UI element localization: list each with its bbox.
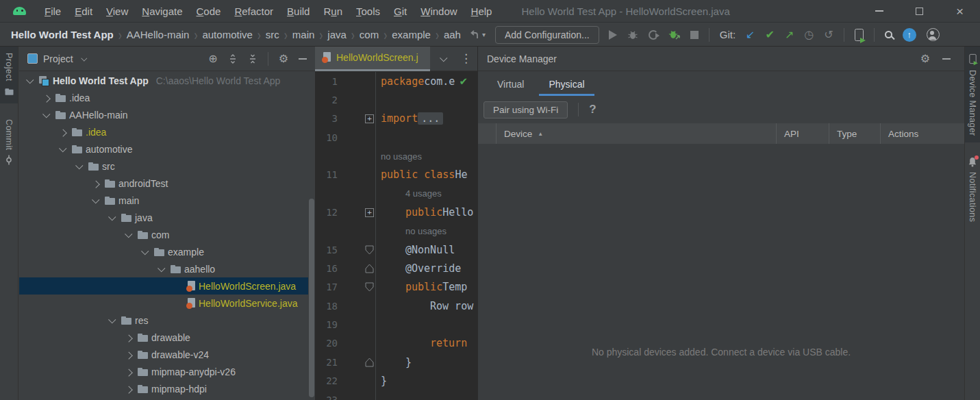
column-type[interactable]: Type [829,123,881,144]
tree-item-aahello[interactable]: aahello [19,260,308,277]
chevron-down-icon[interactable] [58,144,68,155]
tool-button-project[interactable]: Project [0,47,18,103]
chevron-down-icon[interactable] [107,315,118,326]
git-commit-icon[interactable]: ✔ [765,29,774,40]
tree-item-drawable-v24[interactable]: drawable-v24 [19,346,308,363]
close-button[interactable]: × [940,0,980,22]
stop-icon[interactable] [690,31,699,39]
tree-item-automotive[interactable]: automotive [19,140,308,158]
fold-plus-icon[interactable]: + [338,203,376,221]
editor-tab-helloworldscreen[interactable]: HelloWorldScreen.j [315,47,430,71]
chevron-down-icon[interactable] [107,212,118,223]
chevron-down-icon[interactable] [41,110,52,121]
tab-virtual[interactable]: Virtual [488,73,533,96]
search-icon[interactable] [885,31,892,38]
git-rollback-icon[interactable]: ↺ [824,29,833,40]
usages-hint[interactable]: no usages [381,151,422,162]
fold-down-icon[interactable] [338,278,376,297]
usages-hint[interactable]: 4 usages [405,188,442,199]
tree-item--idea[interactable]: .idea [19,123,308,140]
column-device[interactable]: Device ▲ [497,123,777,144]
minimize-button[interactable] [859,0,899,22]
scrollbar-thumb[interactable] [309,199,314,397]
attach-debugger-icon[interactable] [668,29,680,40]
menu-code[interactable]: Code [190,3,227,20]
more-options-icon[interactable]: ⋮ [460,51,472,66]
chevron-right-icon[interactable] [123,349,134,360]
ide-update-icon[interactable]: ↑ [903,28,916,42]
breadcrumb-item[interactable]: AAHello-main [127,29,190,40]
menu-tools[interactable]: Tools [350,3,386,20]
tree-item-res[interactable]: res [19,312,308,329]
breadcrumb-item[interactable]: java [327,29,347,40]
breadcrumb-item[interactable]: example [392,29,431,40]
column-actions[interactable]: Actions [881,123,964,144]
menu-file[interactable]: File [38,3,67,20]
hidden-tabs-chevron-icon[interactable] [438,53,449,64]
tree-item-drawable[interactable]: drawable [19,329,308,346]
tab-physical[interactable]: Physical [539,73,594,96]
breadcrumb-item[interactable]: Hello World Test App [11,29,114,40]
git-push-icon[interactable]: ↗ [785,29,794,40]
breadcrumb-item[interactable]: aah [444,29,461,40]
chevron-right-icon[interactable] [123,366,134,377]
settings-gear-icon[interactable]: ⚙ [279,53,288,64]
fold-plus-icon[interactable]: + [338,110,376,128]
chevron-down-icon[interactable] [25,75,36,86]
maximize-button[interactable] [899,0,940,22]
chevron-down-icon[interactable] [79,54,88,63]
code-lines[interactable]: 1package com.e✔23+import ...10no usages1… [315,72,477,400]
chevron-right-icon[interactable] [123,384,134,395]
chevron-down-icon[interactable] [156,264,167,275]
tree-item-example[interactable]: example [19,243,308,260]
chevron-down-icon[interactable] [123,229,134,240]
tree-item--idea[interactable]: .idea [19,89,308,106]
hide-panel-icon[interactable] [299,58,307,60]
breadcrumb-item[interactable]: main [292,29,315,40]
menu-build[interactable]: Build [281,3,316,20]
chevron-right-icon[interactable] [123,332,134,343]
hide-panel-icon[interactable] [942,58,951,60]
debug-bug-icon[interactable] [627,29,638,40]
column-api[interactable]: API [777,123,829,144]
profiler-icon[interactable] [649,30,658,40]
usages-hint[interactable]: no usages [405,226,447,236]
tool-button-device-manager[interactable]: Device Manager [965,47,980,142]
chevron-right-icon[interactable] [90,178,101,189]
expand-all-icon[interactable] [228,54,238,64]
menu-view[interactable]: View [100,3,134,20]
git-history-icon[interactable]: ◷ [804,29,814,40]
menu-help[interactable]: Help [465,3,499,20]
chevron-right-icon[interactable] [58,127,68,138]
tool-button-notifications[interactable]: Notifications [965,151,980,228]
tree-item-mipmap-hdpi[interactable]: mipmap-hdpi [19,380,308,397]
project-panel-title[interactable]: Project [43,53,73,64]
device-manager-icon[interactable] [855,29,864,41]
run-configuration-button[interactable]: Add Configuration... [495,26,599,44]
locate-file-icon[interactable]: ⊕ [208,53,217,64]
menu-edit[interactable]: Edit [68,3,99,20]
tree-item-src[interactable]: src [19,158,308,175]
breadcrumb-item[interactable]: src [266,29,279,40]
help-icon[interactable]: ? [589,103,596,116]
menu-refactor[interactable]: Refactor [228,3,279,20]
tool-button-commit[interactable]: Commit [0,113,18,171]
tree-item-java[interactable]: java [19,209,308,226]
chevron-down-icon[interactable] [74,161,85,172]
tree-item-helloworldservice-java[interactable]: HelloWorldService.java [19,295,308,312]
chevron-right-icon[interactable] [41,92,52,103]
fold-up-icon[interactable] [338,353,376,371]
tree-item-com[interactable]: com [19,226,308,243]
breadcrumb-item[interactable]: com [360,29,379,40]
breadcrumb-actions[interactable]: ▾ [469,29,486,40]
profile-avatar-icon[interactable] [927,28,940,41]
breadcrumb-item[interactable]: automotive [202,29,252,40]
tree-item-androidtest[interactable]: androidTest [19,175,308,192]
menu-git[interactable]: Git [388,3,413,20]
tree-item-hello-world-test-app[interactable]: Hello World Test AppC:\aaos\Hello World … [19,72,308,89]
chevron-down-icon[interactable] [140,247,151,258]
settings-gear-icon[interactable]: ⚙ [920,53,930,64]
inspection-ok-icon[interactable]: ✔ [459,75,468,88]
tree-item-aahello-main[interactable]: AAHello-main [19,106,308,123]
menu-run[interactable]: Run [317,3,349,20]
